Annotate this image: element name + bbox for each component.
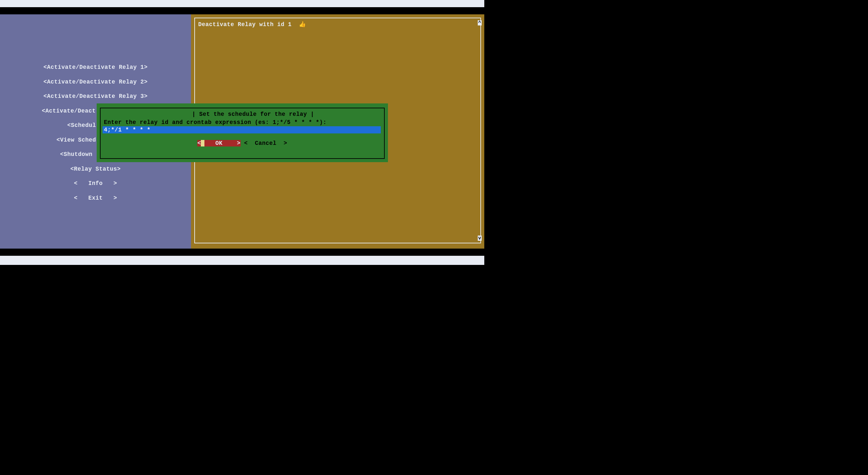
cancel-button[interactable]: < Cancel > — [241, 140, 287, 146]
menu-item-relay-1[interactable]: <Activate/Deactivate Relay 1> — [0, 60, 191, 75]
dialog-prompt: Enter the relay id and crontab expressio… — [104, 119, 327, 126]
scroll-up-icon[interactable]: ^ — [478, 20, 482, 26]
menu-item-relay-2[interactable]: <Activate/Deactivate Relay 2> — [0, 75, 191, 90]
menu-item-relay-status[interactable]: <Relay Status> — [0, 162, 191, 176]
dialog-input[interactable]: 4;*/1 * * * * — [102, 126, 381, 133]
menu-item-exit[interactable]: < Exit > — [0, 191, 191, 206]
schedule-dialog: | Set the schedule for the relay | Enter… — [97, 103, 388, 162]
dialog-buttons: < OK > < Cancel > — [97, 140, 388, 146]
top-bar: [Tab or Shift+Tab to move the focus] [CT… — [0, 0, 484, 7]
main-area: <Activate/Deactivate Relay 1> <Activate/… — [0, 14, 484, 248]
ok-button-cursor — [201, 140, 205, 146]
top-bar-hint: [Tab or Shift+Tab to move the focus] [CT… — [303, 7, 482, 14]
footer-text: Antonio Musarra's Blog 2009 - 2020 (c) -… — [77, 264, 414, 265]
output-line: Deactivate Relay with id 1 👍 — [198, 21, 306, 28]
ok-button[interactable]: < OK > — [197, 140, 240, 146]
scroll-down-icon[interactable]: v — [478, 236, 482, 241]
menu-item-info[interactable]: < Info > — [0, 176, 191, 191]
menu-item-relay-3[interactable]: <Activate/Deactivate Relay 3> — [0, 89, 191, 104]
footer-bar: Antonio Musarra's Blog 2009 - 2020 (c) -… — [0, 256, 484, 265]
black-strip-bottom — [0, 248, 484, 256]
